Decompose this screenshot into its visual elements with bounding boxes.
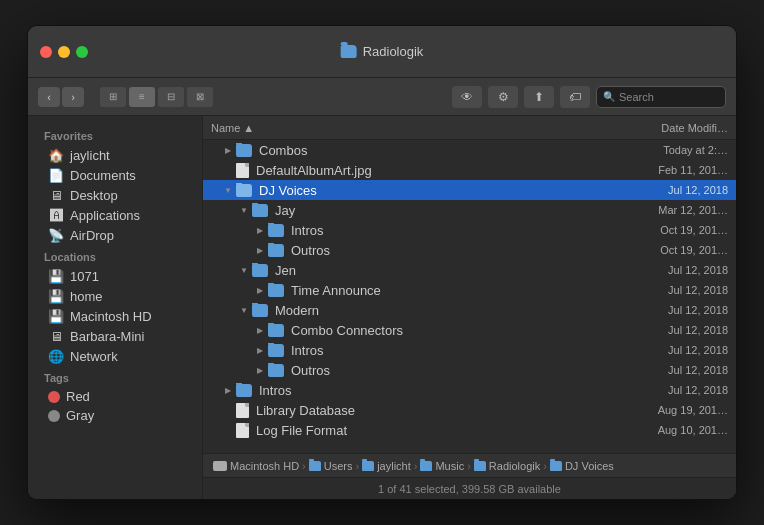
sidebar-item-barbara-mini[interactable]: 🖥 Barbara-Mini xyxy=(32,326,198,346)
hdd-icon-mac: 💾 xyxy=(48,308,64,324)
sidebar-item-applications[interactable]: 🅰 Applications xyxy=(32,205,198,225)
table-row[interactable]: Outros Oct 19, 201… xyxy=(203,240,736,260)
folder-icon xyxy=(268,224,284,237)
triangle-icon xyxy=(223,185,233,195)
folder-icon xyxy=(236,184,252,197)
triangle-icon xyxy=(255,345,265,355)
icon-view-button[interactable]: ⊞ xyxy=(100,87,126,107)
table-row[interactable]: DJ Voices Jul 12, 2018 xyxy=(203,180,736,200)
folder-icon xyxy=(268,364,284,377)
toolbar: ‹ › ⊞ ≡ ⊟ ⊠ 👁 ⚙ ⬆ 🏷 🔍 Search xyxy=(28,78,736,116)
sidebar-item-airdrop[interactable]: 📡 AirDrop xyxy=(32,225,198,245)
sidebar-item-documents[interactable]: 📄 Documents xyxy=(32,165,198,185)
table-row[interactable]: Combos Today at 2:… xyxy=(203,140,736,160)
path-item-dj-voices[interactable]: DJ Voices xyxy=(550,460,614,472)
share-button[interactable]: ⬆ xyxy=(524,86,554,108)
window-folder-icon xyxy=(341,45,357,58)
list-view-button[interactable]: ≡ xyxy=(129,87,155,107)
table-row[interactable]: Jay Mar 12, 201… xyxy=(203,200,736,220)
quick-look-button[interactable]: 👁 xyxy=(452,86,482,108)
sidebar-item-macintosh-hd[interactable]: 💾 Macintosh HD xyxy=(32,306,198,326)
favorites-header: Favorites xyxy=(28,124,202,145)
table-row[interactable]: Modern Jul 12, 2018 xyxy=(203,300,736,320)
table-row[interactable]: Library Database Aug 19, 201… xyxy=(203,400,736,420)
status-text: 1 of 41 selected, 399.58 GB available xyxy=(378,483,561,495)
file-content: Name ▲ Date Modifi… Combos Today at 2:… xyxy=(203,116,736,499)
triangle-icon xyxy=(239,265,249,275)
table-row[interactable]: Intros Oct 19, 201… xyxy=(203,220,736,240)
table-row[interactable]: Intros Jul 12, 2018 xyxy=(203,380,736,400)
sidebar-label-applications: Applications xyxy=(70,208,140,223)
path-item-jaylicht[interactable]: jaylicht xyxy=(362,460,411,472)
main-area: Favorites 🏠 jaylicht 📄 Documents 🖥 Deskt… xyxy=(28,116,736,499)
triangle-icon xyxy=(239,205,249,215)
table-row[interactable]: Outros Jul 12, 2018 xyxy=(203,360,736,380)
path-item-users[interactable]: Users xyxy=(309,460,353,472)
triangle-icon xyxy=(223,385,233,395)
folder-path-icon xyxy=(550,461,562,471)
close-button[interactable] xyxy=(40,46,52,58)
app-icon: 🅰 xyxy=(48,207,64,223)
sidebar-item-tag-red[interactable]: Red xyxy=(32,387,198,406)
file-icon xyxy=(236,403,249,418)
forward-button[interactable]: › xyxy=(62,87,84,107)
triangle-icon xyxy=(223,145,233,155)
sidebar-label-airdrop: AirDrop xyxy=(70,228,114,243)
sidebar-item-home[interactable]: 💾 home xyxy=(32,286,198,306)
sidebar-label-desktop: Desktop xyxy=(70,188,118,203)
nav-buttons: ‹ › xyxy=(38,87,84,107)
minimize-button[interactable] xyxy=(58,46,70,58)
window-title: Radiologik xyxy=(363,44,424,59)
path-sep: › xyxy=(543,460,547,472)
path-item-radiologik[interactable]: Radiologik xyxy=(474,460,540,472)
sidebar-label-documents: Documents xyxy=(70,168,136,183)
maximize-button[interactable] xyxy=(76,46,88,58)
folder-icon xyxy=(252,304,268,317)
table-row[interactable]: Log File Format Aug 10, 201… xyxy=(203,420,736,440)
monitor-icon: 🖥 xyxy=(48,328,64,344)
action-button[interactable]: ⚙ xyxy=(488,86,518,108)
airdrop-icon: 📡 xyxy=(48,227,64,243)
triangle-icon xyxy=(255,245,265,255)
traffic-lights xyxy=(40,46,88,58)
gallery-view-button[interactable]: ⊠ xyxy=(187,87,213,107)
locations-header: Locations xyxy=(28,245,202,266)
triangle-icon xyxy=(255,365,265,375)
finder-window: Radiologik ‹ › ⊞ ≡ ⊟ ⊠ 👁 ⚙ ⬆ 🏷 🔍 Search xyxy=(27,25,737,500)
triangle-icon xyxy=(255,325,265,335)
folder-icon xyxy=(236,384,252,397)
sidebar-item-1071[interactable]: 💾 1071 xyxy=(32,266,198,286)
view-buttons: ⊞ ≡ ⊟ ⊠ xyxy=(100,87,213,107)
hdd-path-icon xyxy=(213,461,227,471)
table-row[interactable]: Jen Jul 12, 2018 xyxy=(203,260,736,280)
table-row[interactable]: Intros Jul 12, 2018 xyxy=(203,340,736,360)
table-row[interactable]: Time Announce Jul 12, 2018 xyxy=(203,280,736,300)
file-icon xyxy=(236,163,249,178)
triangle-icon xyxy=(239,305,249,315)
back-button[interactable]: ‹ xyxy=(38,87,60,107)
table-row[interactable]: Combo Connectors Jul 12, 2018 xyxy=(203,320,736,340)
path-sep: › xyxy=(467,460,471,472)
sidebar-item-network[interactable]: 🌐 Network xyxy=(32,346,198,366)
sidebar-label-1071: 1071 xyxy=(70,269,99,284)
column-view-button[interactable]: ⊟ xyxy=(158,87,184,107)
doc-icon: 📄 xyxy=(48,167,64,183)
desktop-icon: 🖥 xyxy=(48,187,64,203)
hdd-icon-home: 💾 xyxy=(48,288,64,304)
folder-path-icon xyxy=(474,461,486,471)
sidebar-item-jaylicht[interactable]: 🏠 jaylicht xyxy=(32,145,198,165)
triangle-icon xyxy=(255,285,265,295)
sidebar-item-desktop[interactable]: 🖥 Desktop xyxy=(32,185,198,205)
search-placeholder[interactable]: Search xyxy=(619,91,654,103)
path-item-macintosh-hd[interactable]: Macintosh HD xyxy=(213,460,299,472)
sidebar-item-tag-gray[interactable]: Gray xyxy=(32,406,198,425)
home-icon: 🏠 xyxy=(48,147,64,163)
col-name-header[interactable]: Name ▲ xyxy=(211,122,638,134)
file-icon xyxy=(236,423,249,438)
folder-icon xyxy=(252,204,268,217)
tag-button[interactable]: 🏷 xyxy=(560,86,590,108)
path-item-music[interactable]: Music xyxy=(420,460,464,472)
path-sep: › xyxy=(414,460,418,472)
col-date-header[interactable]: Date Modifi… xyxy=(638,122,728,134)
table-row[interactable]: DefaultAlbumArt.jpg Feb 11, 201… xyxy=(203,160,736,180)
